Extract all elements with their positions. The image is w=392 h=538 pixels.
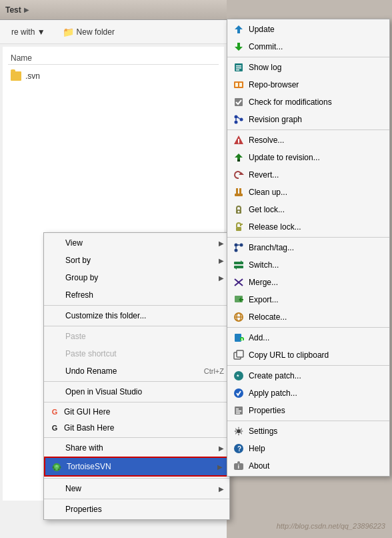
menu-item-customize[interactable]: Customize this folder...	[44, 307, 229, 324]
svg-point-36	[235, 244, 238, 247]
svn-branch-tag[interactable]: Branch/tag...	[227, 239, 389, 256]
svn-commit-icon	[233, 41, 245, 53]
paste-shortcut-label: Paste shortcut	[65, 349, 224, 358]
menu-item-share-with[interactable]: Share with ▶	[44, 439, 229, 457]
svn-check-mods[interactable]: Check for modifications	[227, 93, 389, 111]
svg-text:i: i	[238, 463, 240, 470]
svg-point-3	[54, 469, 56, 471]
svg-point-38	[235, 249, 238, 252]
svn-about-icon: i	[233, 460, 245, 472]
svn-commit[interactable]: Commit...	[227, 38, 389, 55]
svn-export[interactable]: Export...	[227, 291, 389, 308]
svn-sep1	[227, 57, 389, 57]
menu-item-tortoisesvn[interactable]: TortoiseSVN ▶	[44, 457, 229, 477]
svg-rect-17	[235, 98, 243, 106]
svg-rect-29	[235, 194, 243, 196]
svn-add-icon: +	[233, 332, 245, 344]
svn-export-label: Export...	[249, 295, 384, 304]
menu-item-paste[interactable]: Paste	[44, 328, 229, 345]
sort-arrow: ▶	[219, 257, 224, 264]
svn-branch-icon	[233, 242, 245, 254]
svn-log-label: Show log	[249, 63, 384, 72]
explorer-titlebar: Test ▶	[0, 0, 227, 20]
svn-create-patch[interactable]: * Create patch...	[227, 367, 389, 384]
properties-label: Properties	[65, 505, 224, 514]
svn-show-log[interactable]: Show log	[227, 59, 389, 76]
new-folder-btn[interactable]: 📁 New folder	[57, 24, 121, 40]
menu-item-refresh[interactable]: Refresh	[44, 286, 229, 304]
new-folder-label: New folder	[77, 27, 115, 37]
svn-cleanup-label: Clean up...	[249, 188, 384, 197]
menu-item-undo-rename[interactable]: Undo Rename Ctrl+Z	[44, 362, 229, 380]
svn-add[interactable]: + Add...	[227, 329, 389, 346]
git-bash-icon: G	[49, 423, 60, 433]
svn-repo-label: Repo-browser	[249, 80, 384, 89]
svn-switch-label: Switch...	[249, 260, 384, 270]
explorer-title: Test	[5, 5, 21, 15]
undo-shortcut: Ctrl+Z	[204, 367, 224, 375]
menu-item-git-bash[interactable]: G Git Bash Here	[44, 420, 229, 436]
svn-check-icon	[233, 96, 245, 108]
svg-rect-13	[236, 69, 239, 71]
svn-folder-item[interactable]: .svn	[8, 70, 219, 82]
svg-marker-43	[241, 260, 243, 263]
svn-createpatch-label: Create patch...	[249, 371, 384, 380]
svn-relocate[interactable]: Relocate...	[227, 308, 389, 326]
svn-resolve[interactable]: Resolve...	[227, 131, 389, 149]
svn-repo-browser[interactable]: Repo-browser	[227, 76, 389, 93]
svn-properties[interactable]: Properties	[227, 402, 389, 419]
svn-applypatch-icon	[233, 387, 245, 399]
svn-sep2	[227, 129, 389, 130]
git-gui-icon: G	[49, 407, 60, 417]
refresh-label: Refresh	[65, 290, 224, 300]
menu-item-git-gui[interactable]: G Git GUI Here	[44, 404, 229, 420]
svg-point-7	[55, 465, 58, 467]
svn-switch[interactable]: Switch...	[227, 256, 389, 274]
refresh-icon	[49, 289, 61, 301]
svn-branch-label: Branch/tag...	[249, 243, 384, 252]
svg-text:*: *	[237, 373, 239, 380]
svn-apply-patch[interactable]: Apply patch...	[227, 384, 389, 402]
svn-get-lock[interactable]: Get lock...	[227, 201, 389, 218]
svn-updrev-label: Update to revision...	[249, 153, 384, 162]
menu-item-sort-by[interactable]: Sort by ▶	[44, 252, 229, 269]
svn-about[interactable]: i About	[227, 457, 389, 475]
paste-label: Paste	[65, 332, 224, 341]
svn-merge-icon	[233, 276, 245, 288]
customize-label: Customize this folder...	[65, 311, 224, 320]
svn-merge-label: Merge...	[249, 278, 384, 287]
menu-item-properties[interactable]: Properties	[44, 501, 229, 518]
svn-update-label: Update	[249, 25, 384, 34]
svn-release-lock[interactable]: Release lock...	[227, 218, 389, 236]
svn-revgraph-icon	[233, 113, 245, 125]
new-icon	[49, 483, 61, 495]
menu-item-group-by[interactable]: Group by ▶	[44, 269, 229, 286]
svn-cleanup[interactable]: Clean up...	[227, 184, 389, 201]
svn-revert-icon	[233, 169, 245, 181]
svg-rect-61	[236, 409, 239, 410]
svn-settings-icon	[233, 425, 245, 437]
svn-update-rev[interactable]: Update to revision...	[227, 149, 389, 166]
svn-getlock-label: Get lock...	[249, 205, 384, 214]
svn-check-label: Check for modifications	[249, 97, 384, 107]
svn-sep4	[227, 327, 389, 328]
svn-sep3	[227, 237, 389, 238]
git-gui-label: Git GUI Here	[64, 407, 224, 417]
svn-merge[interactable]: Merge...	[227, 274, 389, 291]
svn-update[interactable]: Update	[227, 21, 389, 38]
share-with-toolbar-btn[interactable]: re with ▼	[5, 25, 51, 39]
open-vs-label: Open in Visual Studio	[65, 387, 224, 396]
menu-item-paste-shortcut[interactable]: Paste shortcut	[44, 345, 229, 362]
view-arrow: ▶	[219, 240, 224, 247]
menu-item-new[interactable]: New ▶	[44, 480, 229, 497]
menu-item-open-vs[interactable]: Open in Visual Studio	[44, 383, 229, 400]
svn-settings[interactable]: Settings	[227, 423, 389, 440]
svg-text:+: +	[241, 338, 244, 343]
svn-switch-icon	[233, 259, 245, 271]
svn-export-icon	[233, 294, 245, 306]
svn-revision-graph[interactable]: Revision graph	[227, 111, 389, 128]
menu-item-view[interactable]: View ▶	[44, 234, 229, 252]
svn-revert[interactable]: Revert...	[227, 166, 389, 184]
svn-copy-url[interactable]: Copy URL to clipboard	[227, 346, 389, 364]
svn-help[interactable]: ? Help	[227, 440, 389, 457]
